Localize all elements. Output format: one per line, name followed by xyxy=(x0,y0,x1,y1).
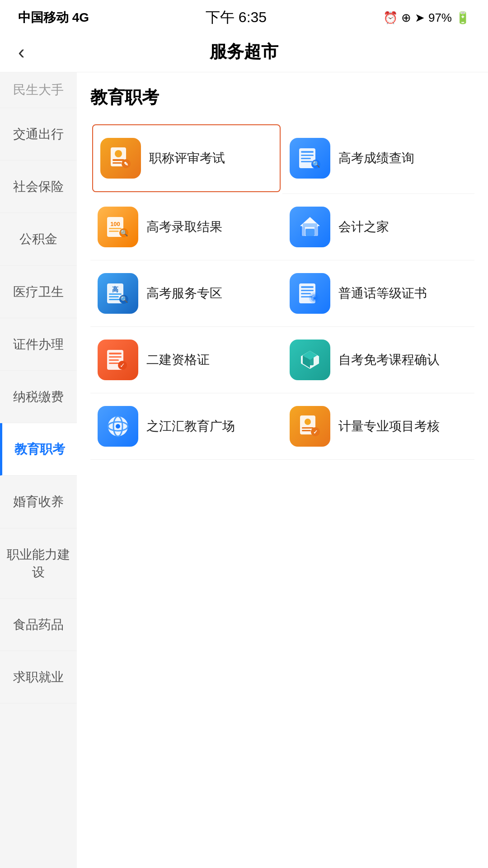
icon-metrology: ✓ xyxy=(290,406,330,447)
svg-rect-3 xyxy=(113,162,122,164)
sidebar-item-fund[interactable]: 公积金 xyxy=(0,213,77,265)
service-item-zhijiang[interactable]: 之江汇教育广场 xyxy=(90,393,282,460)
service-item-gaokao-score[interactable]: 🔍 高考成绩查询 xyxy=(282,123,474,194)
label-job-title-exam: 职称评审考试 xyxy=(149,149,272,168)
svg-rect-2 xyxy=(113,159,124,161)
label-gaokao-result: 高考录取结果 xyxy=(146,217,275,236)
svg-rect-27 xyxy=(109,293,122,295)
sidebar: 民生大手 交通出行 社会保险 公积金 医疗卫生 证件办理 纳税缴费 教育职考 婚… xyxy=(0,72,77,868)
label-gaokao-service: 高考服务专区 xyxy=(146,284,275,303)
label-zhijiang: 之江汇教育广场 xyxy=(146,417,275,436)
svg-rect-8 xyxy=(301,155,314,156)
icon-accounting xyxy=(290,207,330,247)
svg-text:✎: ✎ xyxy=(124,161,128,167)
svg-text:✓: ✓ xyxy=(313,429,318,435)
icon-job-title-exam: ✎ xyxy=(100,138,141,179)
service-grid: ✎ 职称评审考试 🔍 xyxy=(90,123,474,460)
main-layout: 民生大手 交通出行 社会保险 公积金 医疗卫生 证件办理 纳税缴费 教育职考 婚… xyxy=(0,72,488,868)
battery-text: 97% xyxy=(428,11,452,25)
svg-rect-24 xyxy=(314,227,319,236)
svg-rect-28 xyxy=(109,296,119,297)
svg-text:高: 高 xyxy=(112,286,118,293)
service-item-metrology[interactable]: ✓ 计量专业项目考核 xyxy=(282,393,474,460)
svg-rect-22 xyxy=(303,223,317,227)
gps-icon: ➤ xyxy=(415,11,425,25)
service-item-gaokao-result[interactable]: 100 🔍 高考录取结果 xyxy=(90,194,282,260)
icon-zhijiang xyxy=(98,406,138,447)
label-metrology: 计量专业项目考核 xyxy=(338,417,467,436)
svg-rect-29 xyxy=(109,299,121,300)
content-area: 教育职考 ✎ 职称评审考试 xyxy=(77,72,488,868)
svg-text:✓: ✓ xyxy=(120,362,125,369)
sidebar-item-education[interactable]: 教育职考 xyxy=(0,423,77,476)
svg-rect-42 xyxy=(109,356,122,358)
svg-text:🔍: 🔍 xyxy=(120,296,128,303)
svg-text:100: 100 xyxy=(110,221,120,227)
icon-gaokao-score: 🔍 xyxy=(290,138,330,179)
svg-rect-57 xyxy=(302,427,314,429)
svg-rect-33 xyxy=(301,286,314,288)
alarm-icon: ⏰ xyxy=(383,11,398,25)
label-second-builder: 二建资格证 xyxy=(146,350,275,369)
svg-text:★: ★ xyxy=(312,295,317,302)
svg-rect-9 xyxy=(301,158,311,159)
label-self-study: 自考免考课程确认 xyxy=(338,350,467,369)
label-mandarin: 普通话等级证书 xyxy=(338,284,467,303)
icon-mandarin: ★ xyxy=(290,273,330,314)
battery-status: ⏰ ⊕ ➤ 97% 🔋 xyxy=(383,11,470,25)
svg-rect-16 xyxy=(109,231,119,232)
sidebar-item-career[interactable]: 职业能力建设 xyxy=(0,528,77,599)
service-item-job-title-exam[interactable]: ✎ 职称评审考试 xyxy=(92,124,281,192)
svg-text:🔍: 🔍 xyxy=(312,160,320,168)
svg-text:🔍: 🔍 xyxy=(120,229,128,237)
sidebar-item-medical[interactable]: 医疗卫生 xyxy=(0,266,77,318)
svg-point-56 xyxy=(305,419,311,425)
section-title: 教育职考 xyxy=(90,86,474,109)
svg-rect-35 xyxy=(301,293,311,294)
location-icon: ⊕ xyxy=(401,11,411,25)
service-item-accounting[interactable]: 会计之家 xyxy=(282,194,474,260)
svg-rect-41 xyxy=(109,353,122,354)
icon-gaokao-service: 高 🔍 xyxy=(98,273,138,314)
status-bar: 中国移动 4G 下午 6:35 ⏰ ⊕ ➤ 97% 🔋 xyxy=(0,0,488,32)
svg-rect-58 xyxy=(302,430,311,431)
sidebar-item-marriage[interactable]: 婚育收养 xyxy=(0,476,77,528)
svg-rect-43 xyxy=(109,359,119,361)
sidebar-item-certificate[interactable]: 证件办理 xyxy=(0,318,77,371)
time-text: 下午 6:35 xyxy=(206,8,267,28)
sidebar-item-job[interactable]: 求职就业 xyxy=(0,651,77,703)
svg-rect-10 xyxy=(301,161,312,162)
sidebar-item-transport[interactable]: 交通出行 xyxy=(0,108,77,160)
service-item-second-builder[interactable]: ✓ 二建资格证 xyxy=(90,327,282,393)
icon-second-builder: ✓ xyxy=(98,340,138,380)
sidebar-item-insurance[interactable]: 社会保险 xyxy=(0,160,77,213)
service-item-mandarin[interactable]: ★ 普通话等级证书 xyxy=(282,260,474,327)
icon-gaokao-result: 100 🔍 xyxy=(98,207,138,247)
svg-rect-34 xyxy=(301,290,314,291)
svg-point-1 xyxy=(115,150,122,157)
sidebar-item-food[interactable]: 食品药品 xyxy=(0,599,77,651)
label-gaokao-score: 高考成绩查询 xyxy=(338,149,467,168)
header: ‹ 服务超市 xyxy=(0,32,488,72)
sidebar-item-tax[interactable]: 纳税缴费 xyxy=(0,371,77,423)
service-item-gaokao-service[interactable]: 高 🔍 高考服务专区 xyxy=(90,260,282,327)
service-item-self-study[interactable]: 自考免考课程确认 xyxy=(282,327,474,393)
svg-rect-23 xyxy=(300,227,305,236)
sidebar-item-partial-top[interactable]: 民生大手 xyxy=(0,72,77,108)
label-accounting: 会计之家 xyxy=(338,217,467,236)
carrier-text: 中国移动 4G xyxy=(18,9,89,26)
svg-rect-7 xyxy=(301,151,314,153)
svg-rect-21 xyxy=(305,229,314,236)
svg-point-54 xyxy=(116,424,120,429)
page-title: 服务超市 xyxy=(210,40,278,63)
icon-self-study xyxy=(290,340,330,380)
battery-icon: 🔋 xyxy=(455,11,470,25)
back-button[interactable]: ‹ xyxy=(18,41,25,63)
